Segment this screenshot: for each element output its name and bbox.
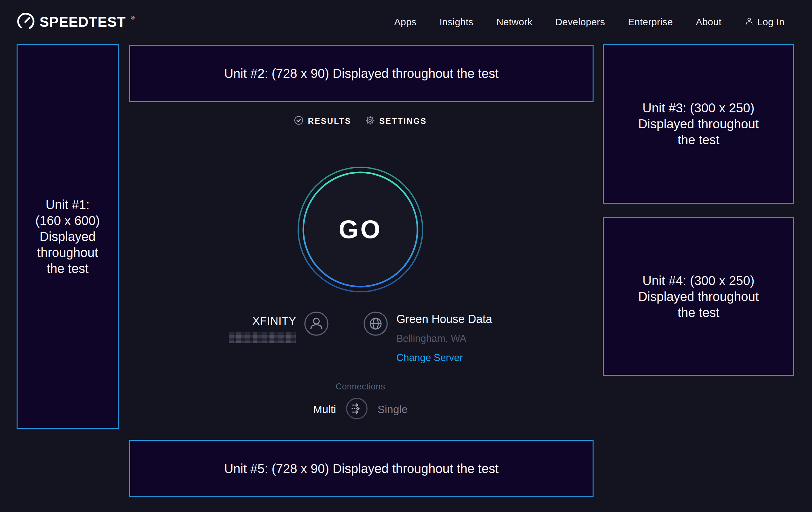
test-tabs: RESULTS SETTINGS xyxy=(294,115,427,127)
ad-unit-4-text: Unit #4: (300 x 250) Displayed throughou… xyxy=(638,273,759,321)
server-name: Green House Data xyxy=(397,313,492,326)
gear-icon xyxy=(365,115,375,127)
change-server-link[interactable]: Change Server xyxy=(397,352,492,363)
multi-connections-icon[interactable] xyxy=(346,397,368,421)
ad-unit-2-text: Unit #2: (728 x 90) Displayed throughout… xyxy=(224,65,499,81)
speedometer-icon xyxy=(17,12,35,32)
speedtest-logo[interactable]: SPEEDTEST ® xyxy=(17,12,134,32)
ad-unit-3-text: Unit #3: (300 x 250) Displayed throughou… xyxy=(638,100,759,148)
ad-unit-5-text: Unit #5: (728 x 90) Displayed throughout… xyxy=(224,461,499,477)
globe-icon xyxy=(363,311,388,338)
server-location: Bellingham, WA xyxy=(397,333,492,344)
tab-settings[interactable]: SETTINGS xyxy=(365,115,427,127)
login-button[interactable]: Log In xyxy=(744,16,785,28)
nav-item-enterprise[interactable]: Enterprise xyxy=(628,17,673,27)
ad-unit-5[interactable]: Unit #5: (728 x 90) Displayed throughout… xyxy=(129,440,593,497)
go-button-label: GO xyxy=(297,166,424,293)
ad-unit-3[interactable]: Unit #3: (300 x 250) Displayed throughou… xyxy=(603,44,794,204)
isp-block: XFINITY xyxy=(229,315,296,343)
ad-unit-1-text: Unit #1: (160 x 600) Displayed throughou… xyxy=(35,197,100,276)
go-button[interactable]: GO xyxy=(297,166,424,293)
nav-item-developers[interactable]: Developers xyxy=(555,17,605,27)
check-circle-icon xyxy=(294,115,303,127)
nav-item-apps[interactable]: Apps xyxy=(394,17,416,27)
nav-item-network[interactable]: Network xyxy=(496,17,532,27)
user-icon xyxy=(304,311,329,338)
logo-trademark: ® xyxy=(131,15,135,21)
nav-item-about[interactable]: About xyxy=(696,17,721,27)
logo-wordmark: SPEEDTEST xyxy=(39,14,126,30)
person-icon xyxy=(744,16,754,28)
connections-toggle-row: Multi Single xyxy=(313,397,408,421)
server-block: Green House Data Bellingham, WA Change S… xyxy=(397,313,492,363)
ad-unit-2[interactable]: Unit #2: (728 x 90) Displayed throughout… xyxy=(129,45,593,102)
redacted-ip xyxy=(229,332,296,343)
nav-item-insights[interactable]: Insights xyxy=(439,17,474,27)
ad-unit-4[interactable]: Unit #4: (300 x 250) Displayed throughou… xyxy=(603,217,794,376)
tab-results[interactable]: RESULTS xyxy=(294,115,351,127)
speedtest-page: SPEEDTEST ® Apps Insights Network Develo… xyxy=(0,0,812,512)
connections-section: Connections Multi Single xyxy=(313,382,408,421)
connections-single-option[interactable]: Single xyxy=(378,403,408,415)
connection-info: XFINITY Green House Data Bellingham, WA … xyxy=(229,311,492,363)
isp-name: XFINITY xyxy=(252,315,296,327)
top-nav: SPEEDTEST ® Apps Insights Network Develo… xyxy=(0,0,812,44)
connections-label: Connections xyxy=(336,382,385,392)
nav-menu: Apps Insights Network Developers Enterpr… xyxy=(394,16,785,28)
connections-multi-option[interactable]: Multi xyxy=(313,403,336,415)
ad-unit-1[interactable]: Unit #1: (160 x 600) Displayed throughou… xyxy=(17,44,119,429)
